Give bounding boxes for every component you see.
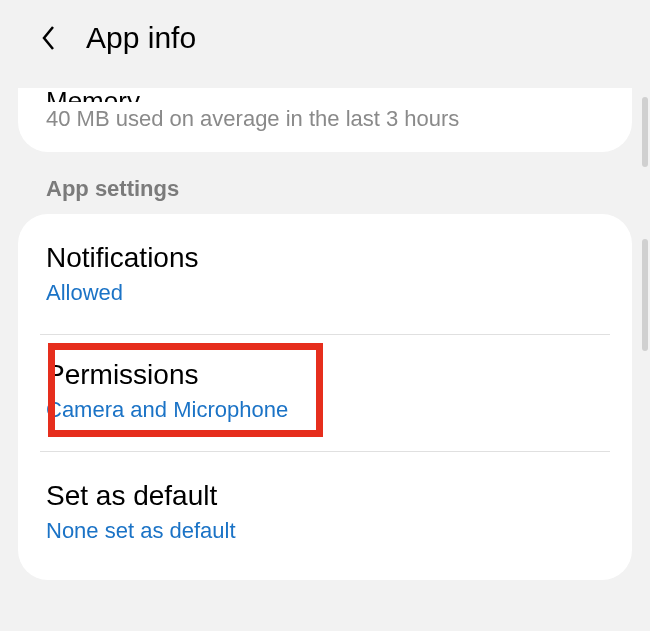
notifications-title: Notifications xyxy=(46,242,604,274)
page-title: App info xyxy=(86,21,196,55)
app-settings-card: Notifications Allowed Permissions Camera… xyxy=(18,214,632,580)
permissions-item[interactable]: Permissions Camera and Microphone xyxy=(18,335,632,451)
scrollbar-indicator xyxy=(642,97,648,167)
memory-item[interactable]: Memory 40 MB used on average in the last… xyxy=(18,88,632,152)
set-as-default-item[interactable]: Set as default None set as default xyxy=(18,452,632,580)
header-bar: App info xyxy=(0,0,650,76)
permissions-status: Camera and Microphone xyxy=(46,397,604,423)
set-as-default-status: None set as default xyxy=(46,518,604,544)
notifications-status: Allowed xyxy=(46,280,604,306)
memory-subtitle: 40 MB used on average in the last 3 hour… xyxy=(46,106,604,132)
section-header-app-settings: App settings xyxy=(0,152,650,214)
memory-title: Memory xyxy=(46,88,604,102)
notifications-item[interactable]: Notifications Allowed xyxy=(18,214,632,334)
permissions-title: Permissions xyxy=(46,359,604,391)
back-button[interactable] xyxy=(30,20,66,56)
scrollbar-indicator xyxy=(642,239,648,351)
set-as-default-title: Set as default xyxy=(46,480,604,512)
chevron-left-icon xyxy=(41,25,55,51)
